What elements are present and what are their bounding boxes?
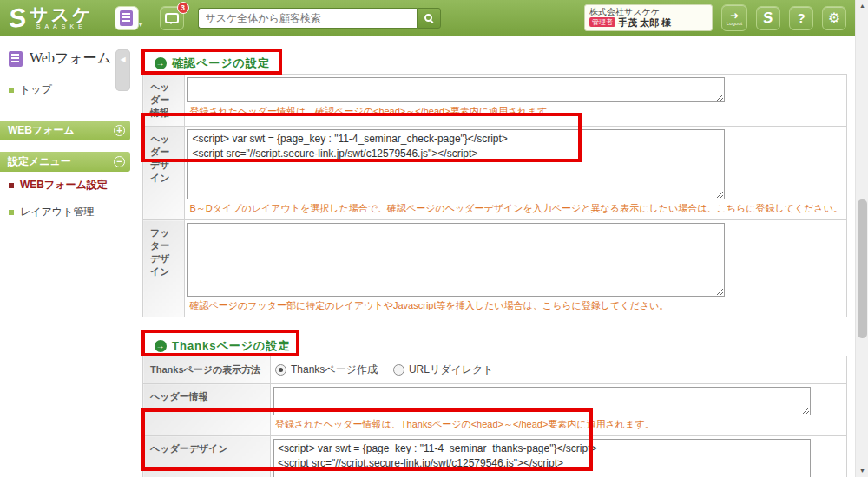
chat-bubble-icon bbox=[165, 13, 179, 23]
sidebar-section-settings[interactable]: 設定メニュー − bbox=[0, 152, 130, 172]
sidebar-item-top[interactable]: トップ bbox=[0, 76, 130, 103]
row-label: ヘッダー情報 bbox=[143, 75, 185, 127]
notebook-menu-button[interactable]: ▼ bbox=[115, 6, 139, 30]
row-label: ヘッダーデザイン bbox=[143, 436, 271, 477]
company-name: 株式会社サスケケ bbox=[589, 7, 707, 17]
gear-icon: ⚙ bbox=[828, 11, 840, 25]
logout-button[interactable]: ➜ Logout bbox=[721, 4, 747, 31]
scroll-down-icon[interactable]: ▼ bbox=[856, 465, 868, 477]
sidebar: Webフォーム トップ WEBフォーム + 設定メニュー − WEBフォーム設定… bbox=[0, 36, 130, 477]
logo-subtext: SAASKE bbox=[30, 23, 93, 29]
arrow-circle-icon: → bbox=[155, 340, 167, 352]
table-row: ヘッダー情報 登録されたヘッダー情報は、確認ページの<head>～</head>… bbox=[143, 75, 847, 127]
arrow-circle-icon: → bbox=[155, 57, 167, 69]
radio-thanks-create[interactable]: Thanksページ作成 bbox=[275, 363, 378, 377]
section-title-thanks: → Thanksページの設定 bbox=[155, 338, 290, 354]
radio-url-redirect[interactable]: URLリダイレクト bbox=[393, 363, 494, 377]
global-search bbox=[198, 8, 441, 29]
confirm-header-info-textarea[interactable] bbox=[187, 77, 725, 102]
radio-button-icon[interactable] bbox=[393, 364, 404, 376]
confirm-header-design-textarea[interactable]: <script> var swt = {page_key : "11-4_sem… bbox=[187, 129, 725, 199]
sidebar-collapse-tab[interactable]: ◀ bbox=[115, 49, 130, 91]
row-label: Thanksページの表示方法 bbox=[143, 356, 271, 384]
logout-label: Logout bbox=[727, 21, 742, 26]
bullet-icon bbox=[9, 210, 14, 215]
sidebar-section-webform[interactable]: WEBフォーム + bbox=[0, 121, 130, 140]
user-name: 手茂 太郎 様 bbox=[618, 17, 671, 29]
table-row: ヘッダーデザイン <script> var swt = {page_key : … bbox=[143, 127, 847, 220]
table-row: フッターデザイン 確認ページのフッター部に特定のレイアウトやJavascript… bbox=[143, 220, 847, 317]
table-row: Thanksページの表示方法 Thanksページ作成 URLリダイレクト bbox=[143, 356, 847, 384]
settings-button[interactable]: ⚙ bbox=[822, 6, 846, 30]
search-button[interactable] bbox=[417, 8, 441, 29]
section-title-confirm: → 確認ページの設定 bbox=[155, 56, 270, 71]
page: S サスケ SAASKE ▼ 3 株式会社サスケケ 管理者 手茂 太郎 bbox=[0, 0, 868, 477]
saaske-home-button[interactable]: S bbox=[756, 6, 780, 30]
sidebar-title-label: Webフォーム bbox=[30, 49, 111, 68]
question-icon: ? bbox=[797, 10, 805, 25]
help-text: 登録されたヘッダー情報は、確認ページの<head>～</head>要素内に適用さ… bbox=[189, 105, 843, 118]
s-swirl-icon: S bbox=[7, 6, 27, 31]
sidebar-item-webform-settings[interactable]: WEBフォーム設定 bbox=[0, 172, 130, 199]
logo-text: サスケ bbox=[30, 6, 93, 23]
s-logo-icon: S bbox=[762, 9, 774, 27]
help-button[interactable]: ? bbox=[789, 6, 813, 30]
row-label: フッターデザイン bbox=[143, 220, 185, 317]
help-text: 確認ページのフッター部に特定のレイアウトやJavascript等を挿入したい場合… bbox=[189, 299, 843, 312]
search-icon bbox=[424, 14, 432, 22]
radio-button-icon[interactable] bbox=[275, 364, 286, 376]
bullet-icon bbox=[9, 183, 14, 188]
sidebar-item-layout[interactable]: レイアウト管理 bbox=[0, 199, 130, 225]
row-label: ヘッダー情報 bbox=[143, 384, 271, 436]
collapse-arrow-icon: ◀ bbox=[120, 56, 125, 91]
help-text: B～Dタイプのレイアウトを選択した場合で、確認ページのヘッダーデザインを入力ペー… bbox=[189, 202, 843, 215]
bullet-icon bbox=[9, 88, 14, 93]
messages-button[interactable]: 3 bbox=[160, 6, 184, 30]
webform-icon bbox=[9, 51, 23, 67]
main-content: → 確認ページの設定 ヘッダー情報 登録されたヘッダー情報は、確認ページの<he… bbox=[130, 36, 855, 477]
plus-icon[interactable]: + bbox=[114, 125, 125, 136]
chevron-down-icon: ▼ bbox=[138, 22, 144, 28]
sidebar-title: Webフォーム bbox=[0, 36, 130, 76]
notification-badge: 3 bbox=[177, 2, 189, 14]
scrollbar[interactable]: ▲ ▼ bbox=[855, 0, 868, 477]
table-row: ヘッダー情報 登録されたヘッダー情報は、Thanksページの<head>～</h… bbox=[143, 384, 847, 436]
table-row: ヘッダーデザイン <script> var swt = {page_key : … bbox=[143, 436, 847, 477]
thanks-settings-table: Thanksページの表示方法 Thanksページ作成 URLリダイレクト bbox=[142, 356, 847, 477]
scroll-up-icon[interactable]: ▲ bbox=[856, 0, 868, 12]
thanks-header-info-textarea[interactable] bbox=[273, 387, 811, 415]
confirm-footer-design-textarea[interactable] bbox=[187, 223, 725, 297]
display-method-options: Thanksページ作成 URLリダイレクト bbox=[273, 359, 843, 381]
minus-icon[interactable]: − bbox=[114, 156, 125, 167]
notebook-icon bbox=[120, 10, 133, 26]
app-header: S サスケ SAASKE ▼ 3 株式会社サスケケ 管理者 手茂 太郎 bbox=[0, 0, 855, 36]
saaske-logo[interactable]: S サスケ SAASKE bbox=[9, 6, 94, 29]
confirm-settings-table: ヘッダー情報 登録されたヘッダー情報は、確認ページの<head>～</head>… bbox=[142, 74, 847, 317]
row-label: ヘッダーデザイン bbox=[143, 127, 185, 220]
thanks-header-design-textarea[interactable]: <script> var swt = {page_key : "11-4_sem… bbox=[273, 439, 811, 477]
help-text: 登録されたヘッダー情報は、Thanksページの<head>～</head>要素内… bbox=[275, 418, 843, 431]
search-input[interactable] bbox=[198, 8, 417, 29]
scroll-thumb[interactable] bbox=[858, 199, 867, 338]
account-info: 株式会社サスケケ 管理者 手茂 太郎 様 bbox=[584, 4, 713, 31]
admin-badge: 管理者 bbox=[589, 17, 615, 27]
logout-icon: ➜ bbox=[730, 10, 739, 21]
